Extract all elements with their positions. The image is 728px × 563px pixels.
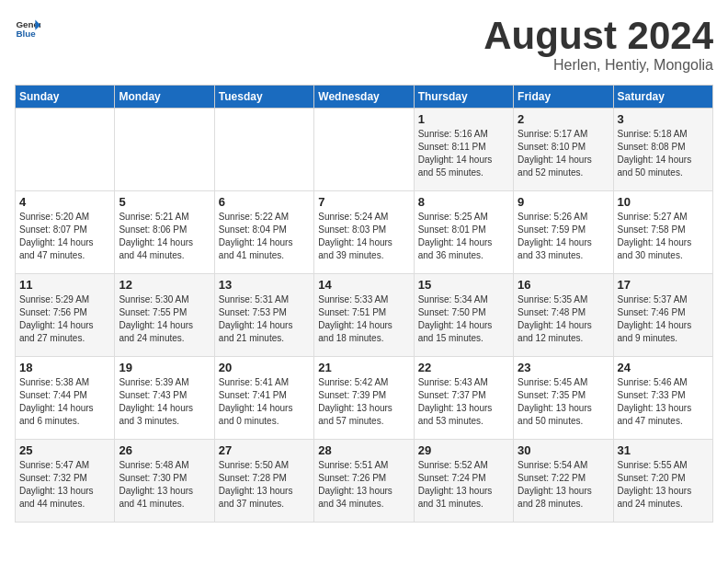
day-of-week-thursday: Thursday [414, 86, 513, 109]
calendar-cell: 31Sunrise: 5:55 AMSunset: 7:20 PMDayligh… [613, 440, 712, 523]
calendar-cell: 10Sunrise: 5:27 AMSunset: 7:58 PMDayligh… [613, 191, 712, 274]
calendar-cell: 30Sunrise: 5:54 AMSunset: 7:22 PMDayligh… [514, 440, 613, 523]
day-info: Sunrise: 5:47 AMSunset: 7:32 PMDaylight:… [19, 459, 110, 511]
calendar-cell: 5Sunrise: 5:21 AMSunset: 8:06 PMDaylight… [115, 191, 214, 274]
calendar-cell: 9Sunrise: 5:26 AMSunset: 7:59 PMDaylight… [514, 191, 613, 274]
calendar-cell: 14Sunrise: 5:33 AMSunset: 7:51 PMDayligh… [314, 274, 414, 357]
calendar-cell: 28Sunrise: 5:51 AMSunset: 7:26 PMDayligh… [314, 440, 414, 523]
calendar-cell [214, 109, 313, 191]
calendar-cell: 2Sunrise: 5:17 AMSunset: 8:10 PMDaylight… [514, 109, 613, 191]
day-info: Sunrise: 5:31 AMSunset: 7:53 PMDaylight:… [219, 293, 310, 345]
calendar-cell: 6Sunrise: 5:22 AMSunset: 8:04 PMDaylight… [214, 191, 313, 274]
day-info: Sunrise: 5:50 AMSunset: 7:28 PMDaylight:… [219, 459, 310, 511]
day-number: 10 [618, 195, 709, 209]
day-info: Sunrise: 5:51 AMSunset: 7:26 PMDaylight:… [318, 459, 409, 511]
day-number: 4 [19, 195, 110, 209]
calendar-week-5: 25Sunrise: 5:47 AMSunset: 7:32 PMDayligh… [16, 440, 713, 523]
day-number: 26 [119, 443, 210, 457]
day-number: 12 [119, 278, 210, 292]
day-info: Sunrise: 5:48 AMSunset: 7:30 PMDaylight:… [119, 459, 210, 511]
calendar-week-1: 1Sunrise: 5:16 AMSunset: 8:11 PMDaylight… [16, 109, 713, 191]
day-info: Sunrise: 5:20 AMSunset: 8:07 PMDaylight:… [19, 211, 110, 262]
day-of-week-sunday: Sunday [16, 86, 115, 109]
day-info: Sunrise: 5:42 AMSunset: 7:39 PMDaylight:… [318, 376, 409, 428]
calendar-cell: 24Sunrise: 5:46 AMSunset: 7:33 PMDayligh… [613, 357, 712, 440]
day-number: 27 [219, 443, 310, 457]
day-number: 13 [219, 278, 310, 292]
day-info: Sunrise: 5:37 AMSunset: 7:46 PMDaylight:… [618, 293, 709, 345]
calendar-cell: 13Sunrise: 5:31 AMSunset: 7:53 PMDayligh… [214, 274, 313, 357]
day-info: Sunrise: 5:55 AMSunset: 7:20 PMDaylight:… [618, 459, 709, 511]
day-info: Sunrise: 5:22 AMSunset: 8:04 PMDaylight:… [219, 211, 310, 262]
day-number: 11 [19, 278, 110, 292]
day-info: Sunrise: 5:34 AMSunset: 7:50 PMDaylight:… [418, 293, 509, 345]
day-number: 20 [219, 361, 310, 374]
day-info: Sunrise: 5:38 AMSunset: 7:44 PMDaylight:… [19, 376, 110, 428]
day-info: Sunrise: 5:46 AMSunset: 7:33 PMDaylight:… [618, 376, 709, 428]
day-info: Sunrise: 5:30 AMSunset: 7:55 PMDaylight:… [119, 293, 210, 345]
calendar-cell: 21Sunrise: 5:42 AMSunset: 7:39 PMDayligh… [314, 357, 414, 440]
calendar-table: SundayMondayTuesdayWednesdayThursdayFrid… [15, 85, 713, 523]
calendar-cell: 22Sunrise: 5:43 AMSunset: 7:37 PMDayligh… [414, 357, 513, 440]
day-info: Sunrise: 5:54 AMSunset: 7:22 PMDaylight:… [518, 459, 609, 511]
day-number: 15 [418, 278, 509, 292]
calendar-cell: 11Sunrise: 5:29 AMSunset: 7:56 PMDayligh… [16, 274, 115, 357]
day-number: 18 [19, 361, 110, 374]
day-of-week-tuesday: Tuesday [214, 86, 313, 109]
day-number: 9 [518, 195, 609, 209]
calendar-body: 1Sunrise: 5:16 AMSunset: 8:11 PMDaylight… [16, 109, 713, 523]
day-info: Sunrise: 5:41 AMSunset: 7:41 PMDaylight:… [219, 376, 310, 428]
page-header: General Blue August 2024 Herlen, Hentiy,… [15, 15, 713, 74]
day-number: 17 [618, 278, 709, 292]
calendar-cell: 23Sunrise: 5:45 AMSunset: 7:35 PMDayligh… [514, 357, 613, 440]
svg-text:Blue: Blue [16, 29, 36, 39]
day-info: Sunrise: 5:45 AMSunset: 7:35 PMDaylight:… [518, 376, 609, 428]
calendar-cell: 18Sunrise: 5:38 AMSunset: 7:44 PMDayligh… [16, 357, 115, 440]
calendar-cell: 4Sunrise: 5:20 AMSunset: 8:07 PMDaylight… [16, 191, 115, 274]
day-of-week-monday: Monday [115, 86, 214, 109]
day-number: 19 [119, 361, 210, 374]
day-number: 25 [19, 443, 110, 457]
calendar-cell: 3Sunrise: 5:18 AMSunset: 8:08 PMDaylight… [613, 109, 712, 191]
calendar-cell: 17Sunrise: 5:37 AMSunset: 7:46 PMDayligh… [613, 274, 712, 357]
calendar-week-2: 4Sunrise: 5:20 AMSunset: 8:07 PMDaylight… [16, 191, 713, 274]
day-number: 31 [618, 443, 709, 457]
calendar-cell [16, 109, 115, 191]
logo-icon: General Blue [15, 15, 40, 40]
title-area: August 2024 Herlen, Hentiy, Mongolia [483, 15, 713, 74]
day-info: Sunrise: 5:21 AMSunset: 8:06 PMDaylight:… [119, 211, 210, 262]
day-number: 2 [518, 112, 609, 126]
calendar-cell: 29Sunrise: 5:52 AMSunset: 7:24 PMDayligh… [414, 440, 513, 523]
day-of-week-saturday: Saturday [613, 86, 712, 109]
day-info: Sunrise: 5:16 AMSunset: 8:11 PMDaylight:… [418, 128, 509, 179]
calendar-cell: 15Sunrise: 5:34 AMSunset: 7:50 PMDayligh… [414, 274, 513, 357]
day-number: 7 [318, 195, 409, 209]
calendar-week-4: 18Sunrise: 5:38 AMSunset: 7:44 PMDayligh… [16, 357, 713, 440]
day-number: 16 [518, 278, 609, 292]
day-number: 8 [418, 195, 509, 209]
day-of-week-wednesday: Wednesday [314, 86, 414, 109]
day-info: Sunrise: 5:39 AMSunset: 7:43 PMDaylight:… [119, 376, 210, 428]
calendar-cell: 27Sunrise: 5:50 AMSunset: 7:28 PMDayligh… [214, 440, 313, 523]
logo: General Blue [15, 15, 40, 40]
day-number: 29 [418, 443, 509, 457]
calendar-cell [115, 109, 214, 191]
day-info: Sunrise: 5:26 AMSunset: 7:59 PMDaylight:… [518, 211, 609, 262]
day-info: Sunrise: 5:24 AMSunset: 8:03 PMDaylight:… [318, 211, 409, 262]
calendar-cell: 12Sunrise: 5:30 AMSunset: 7:55 PMDayligh… [115, 274, 214, 357]
day-number: 22 [418, 361, 509, 374]
day-info: Sunrise: 5:17 AMSunset: 8:10 PMDaylight:… [518, 128, 609, 179]
calendar-cell: 19Sunrise: 5:39 AMSunset: 7:43 PMDayligh… [115, 357, 214, 440]
day-info: Sunrise: 5:52 AMSunset: 7:24 PMDaylight:… [418, 459, 509, 511]
day-of-week-friday: Friday [514, 86, 613, 109]
calendar-title: August 2024 [483, 15, 713, 57]
calendar-subtitle: Herlen, Hentiy, Mongolia [483, 57, 713, 74]
calendar-cell [314, 109, 414, 191]
day-number: 30 [518, 443, 609, 457]
day-number: 3 [618, 112, 709, 126]
day-info: Sunrise: 5:33 AMSunset: 7:51 PMDaylight:… [318, 293, 409, 345]
day-info: Sunrise: 5:43 AMSunset: 7:37 PMDaylight:… [418, 376, 509, 428]
day-number: 14 [318, 278, 409, 292]
calendar-cell: 7Sunrise: 5:24 AMSunset: 8:03 PMDaylight… [314, 191, 414, 274]
day-number: 23 [518, 361, 609, 374]
